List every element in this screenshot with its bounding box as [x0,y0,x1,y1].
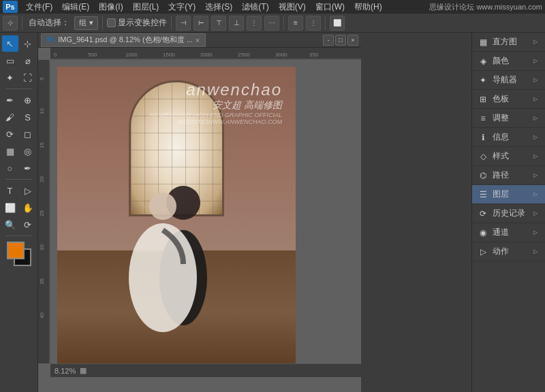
styles-icon: ◇ [478,151,488,162]
channels-expand[interactable]: ▷ [531,229,540,237]
navigator-icon: ✦ [478,75,488,86]
text-tool[interactable]: T [2,182,18,199]
menu-text[interactable]: 文字(Y) [164,0,200,14]
tool-sep-3 [5,235,33,236]
panel-histogram[interactable]: ▦ 直方图 ▷ [472,33,545,52]
dist-btn-1[interactable]: ≡ [288,16,303,31]
actions-expand[interactable]: ▷ [531,248,540,256]
panel-channels[interactable]: ◉ 通道 ▷ [472,223,545,242]
doc-minimize-btn[interactable]: - [323,35,334,46]
blur-tool[interactable]: ◎ [20,143,36,159]
menu-edit[interactable]: 编辑(E) [58,0,93,14]
menu-filter[interactable]: 滤镜(T) [238,0,272,14]
tool-group-brush: 🖌 S [2,109,36,125]
tool-group-text: T ▷ [2,182,36,199]
align-btn-1[interactable]: ⊣ [176,16,191,31]
styles-label: 样式 [493,150,509,162]
panel-adjustments[interactable]: ≡ 调整 ▷ [472,109,545,128]
move-tool[interactable]: ↖ [2,35,18,52]
panel-paths[interactable]: ⌬ 路径 ▷ [472,166,545,185]
menu-image[interactable]: 图像(I) [95,0,127,14]
svg-text:2000: 2000 [200,52,213,58]
menu-window[interactable]: 窗口(W) [311,0,349,14]
magic-wand-tool[interactable]: ✦ [2,69,18,86]
menu-layer[interactable]: 图层(L) [129,0,164,14]
3d-btn[interactable]: ⬜ [330,16,345,31]
eyedropper-tool[interactable]: ✒ [2,92,18,108]
history-expand[interactable]: ▷ [531,210,540,218]
swatches-expand[interactable]: ▷ [531,95,540,103]
panel-actions[interactable]: ▷ 动作 ▷ [472,242,545,261]
layers-icon: ☰ [478,189,488,200]
svg-point-24 [149,193,176,220]
histogram-label: 直方图 [493,36,517,48]
panel-history[interactable]: ⟳ 历史记录 ▷ [472,204,545,223]
menu-file[interactable]: 文件(F) [22,0,57,14]
panel-info[interactable]: ℹ 信息 ▷ [472,128,545,147]
info-label: 信息 [493,131,509,143]
adjustments-label: 调整 [493,112,509,124]
align-btn-2[interactable]: ⊢ [193,16,208,31]
panel-swatches[interactable]: ⊞ 色板 ▷ [472,90,545,109]
marquee-tool[interactable]: ▭ [2,52,18,69]
histogram-expand[interactable]: ▷ [531,38,540,46]
info-icon: ℹ [478,132,488,143]
panel-navigator[interactable]: ✦ 导航器 ▷ [472,71,545,90]
foreground-color[interactable] [7,242,25,259]
artboard-tool[interactable]: ⊹ [20,35,36,52]
panel-styles[interactable]: ◇ 样式 ▷ [472,147,545,166]
navigator-label: 导航器 [493,74,517,86]
history-brush-tool[interactable]: ⟳ [2,126,18,142]
move-tool-options[interactable]: ⊹ [3,16,18,31]
pen-tool[interactable]: ✒ [20,160,36,176]
dodge-tool[interactable]: ○ [2,160,18,176]
adjustments-expand[interactable]: ▷ [531,114,540,122]
rotate-tool[interactable]: ⟳ [20,216,36,233]
doc-restore-btn[interactable]: □ [335,35,346,46]
navigator-expand[interactable]: ▷ [531,76,540,84]
document-tab[interactable]: Ps IMG_9641.psd @ 8.12% (色相/饱和度 ... × [41,33,206,47]
brush-tool[interactable]: 🖌 [2,109,18,125]
align-btn-5[interactable]: ⋮ [247,16,262,31]
shape-tool[interactable]: ⬜ [2,199,18,216]
menu-view[interactable]: 视图(V) [275,0,310,14]
auto-select-dropdown[interactable]: 组▾ [74,16,98,30]
doc-tab-close-btn[interactable]: × [196,36,200,44]
path-select-tool[interactable]: ▷ [20,182,36,199]
eraser-tool[interactable]: ◻ [20,126,36,142]
heal-tool[interactable]: ⊕ [20,92,36,108]
svg-text:500: 500 [88,52,97,58]
crop-tool[interactable]: ⛶ [20,69,36,86]
status-bar: 8.12% ▦ [50,363,361,377]
stamp-tool[interactable]: S [20,109,36,125]
align-btn-6[interactable]: ⋯ [264,16,279,31]
zoom-display: 8.12% [54,367,76,375]
tool-group-select: ↖ ⊹ [2,35,36,52]
zoom-tool[interactable]: 🔍 [2,216,18,233]
show-transform-checkbox[interactable]: 显示变换控件 [107,17,167,29]
info-expand[interactable]: ▷ [531,133,540,142]
align-btn-3[interactable]: ⊤ [211,16,226,31]
hand-tool[interactable]: ✋ [20,199,36,216]
canvas-inner[interactable]: anwenchao 安文超 高端修图 AN WENCHAO HIGH-END G… [50,60,361,363]
doc-close-btn[interactable]: × [347,35,358,46]
tool-group-wand: ✦ ⛶ [2,69,36,86]
svg-text:1500: 1500 [163,52,175,58]
lasso-tool[interactable]: ⌀ [20,52,36,69]
styles-expand[interactable]: ▷ [531,152,540,161]
auto-select-label: 自动选择： [27,17,72,29]
actions-label: 动作 [493,246,509,257]
menu-help[interactable]: 帮助(H) [350,0,386,14]
panel-color[interactable]: ◈ 颜色 ▷ [472,52,545,71]
color-expand[interactable]: ▷ [531,57,540,65]
paths-expand[interactable]: ▷ [531,172,540,180]
menu-select[interactable]: 选择(S) [201,0,236,14]
document-tab-bar: Ps IMG_9641.psd @ 8.12% (色相/饱和度 ... × - … [38,33,361,48]
gradient-tool[interactable]: ▦ [2,143,18,159]
actions-icon: ▷ [478,246,488,257]
panel-layers[interactable]: ☰ 图层 ▷ [472,185,545,204]
align-btn-4[interactable]: ⊥ [229,16,244,31]
dist-btn-2[interactable]: ⋮ [306,16,321,31]
layers-expand[interactable]: ▷ [531,191,540,199]
toolbar-sep-2 [102,16,103,30]
